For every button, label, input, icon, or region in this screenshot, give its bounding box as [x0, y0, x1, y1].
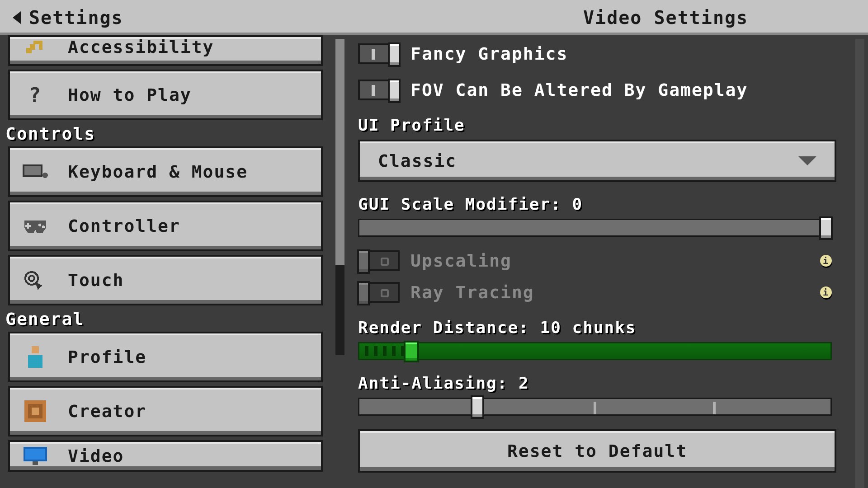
svg-point-10: [42, 225, 45, 228]
setting-upscaling: Upscaling i: [358, 250, 850, 271]
info-icon[interactable]: i: [820, 255, 832, 267]
scrollbar-thumb[interactable]: [335, 39, 344, 265]
sidebar-item-label: Profile: [68, 347, 146, 367]
sidebar-item-label: Accessibility: [68, 37, 214, 57]
ui-profile-label: UI Profile: [358, 116, 850, 134]
settings-panel: Fancy Graphics FOV Can Be Altered By Gam…: [348, 35, 868, 488]
slider-knob[interactable]: [471, 395, 484, 419]
sidebar-scrollbar[interactable]: [335, 39, 344, 355]
svg-point-12: [29, 276, 34, 281]
svg-rect-19: [25, 449, 45, 460]
gui-scale-label: GUI Scale Modifier: 0: [358, 195, 850, 213]
upscaling-toggle: [358, 250, 400, 271]
sidebar-item-creator[interactable]: Creator: [8, 386, 323, 436]
sidebar-category-general: General: [5, 309, 340, 329]
keyboard-icon: [21, 159, 50, 184]
fancy-graphics-toggle[interactable]: [358, 43, 400, 64]
breadcrumb: Settings: [29, 7, 123, 28]
svg-rect-8: [25, 225, 31, 227]
slider-ticks: [359, 343, 830, 359]
sidebar-item-keyboard-mouse[interactable]: Keyboard & Mouse: [8, 146, 323, 197]
gui-scale-slider[interactable]: [358, 219, 832, 237]
sidebar-category-controls: Controls: [5, 124, 340, 144]
gamepad-icon: [21, 213, 50, 239]
button-label: Reset to Default: [507, 441, 687, 461]
sidebar: Accessibility ? How to Play Controls Key…: [0, 35, 348, 488]
question-icon: ?: [21, 82, 50, 108]
render-distance-slider[interactable]: [358, 342, 832, 360]
info-icon[interactable]: i: [820, 286, 832, 298]
ray-tracing-toggle: [358, 282, 400, 303]
profile-icon: [21, 344, 50, 370]
svg-rect-20: [33, 461, 38, 465]
svg-point-6: [42, 173, 48, 178]
key-icon: [21, 37, 50, 62]
main-split: Accessibility ? How to Play Controls Key…: [0, 35, 868, 488]
setting-label: Upscaling: [410, 251, 512, 271]
svg-rect-5: [24, 166, 41, 175]
ui-profile-dropdown[interactable]: Classic: [358, 140, 836, 182]
sidebar-item-label: Controller: [68, 216, 180, 236]
svg-point-9: [38, 224, 41, 226]
sidebar-item-label: Touch: [68, 270, 124, 290]
content-scrollbar[interactable]: [855, 39, 864, 488]
sidebar-item-accessibility[interactable]: Accessibility: [8, 35, 323, 66]
sidebar-item-label: Keyboard & Mouse: [68, 162, 248, 182]
setting-label: Fancy Graphics: [410, 44, 568, 64]
anti-aliasing-slider[interactable]: [358, 398, 832, 416]
setting-fov-gameplay: FOV Can Be Altered By Gameplay: [358, 80, 850, 100]
touch-icon: [21, 267, 50, 293]
setting-ray-tracing: Ray Tracing i: [358, 282, 850, 303]
page-title: Video Settings: [583, 7, 748, 28]
setting-label: FOV Can Be Altered By Gameplay: [410, 80, 748, 100]
sidebar-item-video[interactable]: Video: [8, 440, 323, 472]
slider-knob[interactable]: [404, 341, 419, 362]
slider-knob[interactable]: [819, 216, 833, 240]
svg-rect-14: [28, 355, 42, 368]
sidebar-item-controller[interactable]: Controller: [8, 201, 323, 251]
command-block-icon: [21, 399, 50, 424]
chevron-left-icon: [13, 11, 21, 24]
svg-rect-17: [32, 408, 39, 415]
sidebar-item-label: How to Play: [68, 85, 192, 105]
setting-label: Ray Tracing: [410, 282, 534, 302]
slider-marks: [359, 399, 830, 414]
anti-aliasing-label: Anti-Aliasing: 2: [358, 374, 850, 392]
svg-rect-3: [39, 41, 42, 50]
fov-gameplay-toggle[interactable]: [358, 80, 400, 100]
sidebar-item-touch[interactable]: Touch: [8, 255, 323, 305]
back-button[interactable]: Settings: [13, 7, 123, 28]
reset-to-default-button[interactable]: Reset to Default: [358, 429, 836, 473]
svg-rect-13: [32, 346, 39, 353]
setting-fancy-graphics: Fancy Graphics: [358, 43, 850, 64]
sidebar-item-profile[interactable]: Profile: [8, 332, 323, 382]
header-bar: Settings Video Settings: [0, 0, 868, 35]
svg-rect-1: [30, 44, 35, 50]
monitor-icon: [21, 443, 50, 469]
render-distance-label: Render Distance: 10 chunks: [358, 318, 850, 337]
sidebar-item-label: Video: [68, 446, 124, 466]
dropdown-value: Classic: [378, 151, 457, 171]
sidebar-item-label: Creator: [68, 401, 146, 421]
sidebar-item-how-to-play[interactable]: ? How to Play: [8, 70, 323, 120]
chevron-down-icon: [798, 156, 816, 165]
